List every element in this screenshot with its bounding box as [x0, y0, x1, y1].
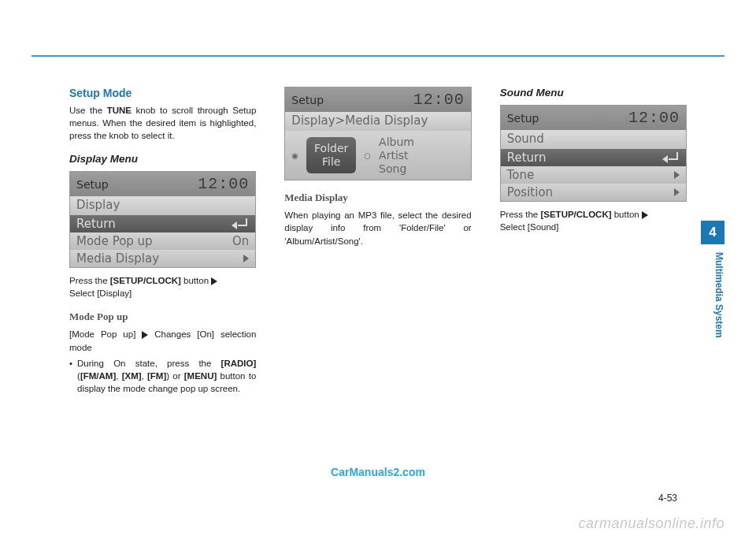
text: Song [379, 162, 414, 176]
row-value: On [232, 234, 249, 248]
bullet-text: During On state, press the [RADIO] ([FM/… [77, 357, 256, 395]
column-1: Setup Mode Use the TUNE knob to scroll t… [69, 87, 256, 395]
screen-row-media-display: Media Display [70, 250, 255, 267]
text: button [612, 210, 642, 219]
display-menu-heading: Display Menu [69, 153, 256, 165]
screen-sub: Sound [501, 130, 686, 149]
screen-header: Setup 12:00 [501, 106, 686, 130]
top-rule [32, 55, 724, 57]
side-tab: 4 Multimedia System [701, 221, 724, 338]
setup-mode-heading: Setup Mode [69, 87, 256, 99]
screen-row-position: Position [501, 184, 686, 201]
row-label: Mode Pop up [76, 234, 153, 248]
screen-sub: Display>Media Display [285, 112, 470, 131]
sound-screenshot: Setup 12:00 Sound Return Tone Position [500, 105, 687, 202]
text: Select [Sound] [500, 222, 559, 232]
watermark-carmanualsonline: carmanualsonline.info [578, 515, 724, 532]
media-screenshot: Setup 12:00 Display>Media Display ◉ Fold… [284, 87, 471, 180]
bold: [RADIO] [221, 359, 257, 368]
triangle-right-icon [211, 277, 217, 285]
mode-popup-line: [Mode Pop up] Changes [On] selection mod… [69, 328, 256, 353]
setup-clock-bold: [SETUP/CLOCK] [540, 210, 611, 219]
sound-menu-heading: Sound Menu [500, 87, 687, 99]
bold: [FM/AM] [80, 371, 116, 381]
row-label: Position [507, 185, 553, 199]
watermark-carmanuals2: CarManuals2.com [0, 466, 756, 478]
radio-selected-icon: ◉ [291, 151, 298, 160]
screen-row-return: Return [70, 215, 255, 232]
screen-options: ◉ Folder File ○ Album Artist Song [285, 131, 470, 180]
content-columns: Setup Mode Use the TUNE knob to scroll t… [69, 87, 687, 395]
media-display-body: When playing an MP3 file, select the des… [284, 209, 471, 247]
return-icon [232, 218, 249, 229]
text: File [314, 155, 348, 169]
chapter-number-box: 4 [701, 221, 724, 244]
text: , [116, 371, 121, 381]
text: Album [379, 136, 414, 149]
display-instruction: Press the [SETUP/CLOCK] button Select [D… [69, 274, 256, 299]
screen-sub: Display [70, 196, 255, 215]
bold: [XM] [122, 371, 142, 381]
row-label: Tone [507, 168, 535, 182]
setup-mode-body: Use the TUNE knob to scroll through Setu… [69, 104, 256, 142]
row-label: Media Display [76, 251, 159, 266]
mode-popup-bullet: • During On state, press the [RADIO] ([F… [69, 357, 256, 395]
radio-unselected-icon: ○ [364, 151, 371, 160]
screen-header: Setup 12:00 [70, 172, 255, 196]
screen-row-mode-popup: Mode Pop up On [70, 232, 255, 250]
tune-bold: TUNE [107, 106, 132, 115]
chapter-label: Multimedia System [701, 252, 724, 338]
triangle-right-icon [674, 168, 680, 182]
mode-popup-heading: Mode Pop up [69, 311, 256, 323]
text: button [181, 276, 211, 285]
screen-time: 12:00 [413, 91, 465, 109]
bold: [FM] [147, 371, 166, 381]
bullet-dot: • [69, 357, 72, 395]
screen-title: Setup [76, 178, 109, 191]
sound-instruction: Press the [SETUP/CLOCK] button Select [S… [500, 208, 687, 233]
screen-title: Setup [291, 94, 324, 106]
column-2: Setup 12:00 Display>Media Display ◉ Fold… [284, 87, 471, 395]
screen-title: Setup [507, 112, 539, 125]
screen-time: 12:00 [628, 109, 680, 127]
text: [Mode Pop up] [69, 329, 142, 339]
screen-row-return: Return [501, 149, 686, 166]
text: Artist [379, 149, 414, 162]
page-number: 4-53 [658, 493, 677, 504]
option-other: Album Artist Song [379, 136, 414, 175]
text: Select [Display] [69, 288, 132, 298]
text: Press the [69, 276, 110, 285]
return-icon [662, 152, 680, 163]
bold: [MENU] [184, 371, 217, 381]
option-selected: Folder File [306, 137, 356, 173]
screen-time: 12:00 [198, 175, 249, 193]
text: During On state, press the [77, 359, 221, 368]
triangle-right-icon [243, 251, 249, 266]
row-label: Return [507, 151, 547, 165]
text: Press the [500, 210, 541, 219]
screen-row-tone: Tone [501, 166, 686, 184]
display-screenshot: Setup 12:00 Display Return Mode Pop up O… [69, 171, 256, 268]
media-display-heading: Media Display [284, 192, 471, 204]
text: Folder [314, 142, 348, 155]
text: Use the [69, 106, 107, 115]
triangle-right-icon [674, 185, 680, 199]
text: ) or [166, 371, 184, 381]
triangle-right-icon [642, 211, 648, 219]
column-3: Sound Menu Setup 12:00 Sound Return Tone… [500, 87, 687, 395]
row-label: Return [76, 217, 116, 231]
screen-header: Setup 12:00 [285, 87, 470, 112]
setup-clock-bold: [SETUP/CLOCK] [110, 276, 181, 285]
text: , [142, 371, 147, 381]
